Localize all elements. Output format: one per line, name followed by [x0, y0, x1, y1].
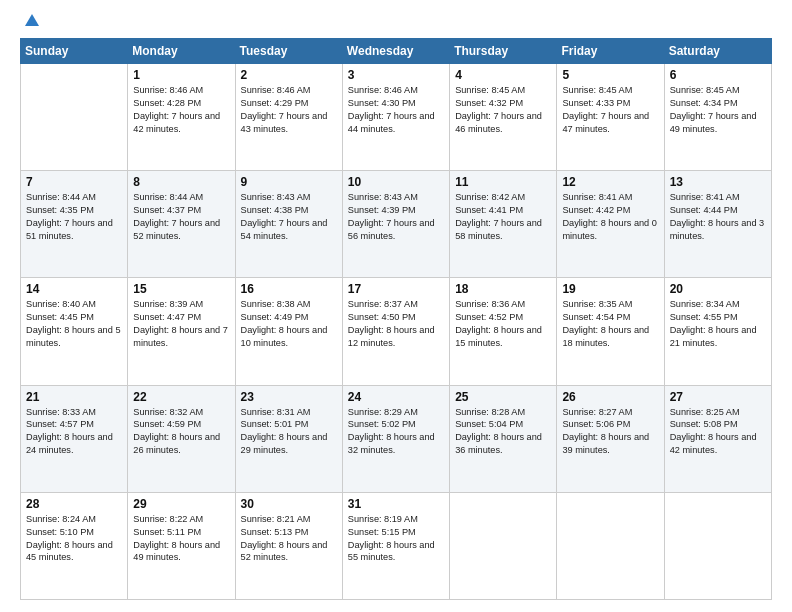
calendar-header-thursday: Thursday	[450, 39, 557, 64]
calendar-cell: 20Sunrise: 8:34 AM Sunset: 4:55 PM Dayli…	[664, 278, 771, 385]
calendar-cell: 29Sunrise: 8:22 AM Sunset: 5:11 PM Dayli…	[128, 492, 235, 599]
svg-marker-0	[25, 14, 39, 26]
day-info: Sunrise: 8:44 AM Sunset: 4:35 PM Dayligh…	[26, 191, 122, 243]
day-info: Sunrise: 8:19 AM Sunset: 5:15 PM Dayligh…	[348, 513, 444, 565]
day-info: Sunrise: 8:36 AM Sunset: 4:52 PM Dayligh…	[455, 298, 551, 350]
calendar-table: SundayMondayTuesdayWednesdayThursdayFrid…	[20, 38, 772, 600]
day-number: 22	[133, 390, 229, 404]
calendar-cell: 5Sunrise: 8:45 AM Sunset: 4:33 PM Daylig…	[557, 64, 664, 171]
day-info: Sunrise: 8:45 AM Sunset: 4:32 PM Dayligh…	[455, 84, 551, 136]
calendar-cell: 8Sunrise: 8:44 AM Sunset: 4:37 PM Daylig…	[128, 171, 235, 278]
day-number: 11	[455, 175, 551, 189]
calendar-header-sunday: Sunday	[21, 39, 128, 64]
calendar-cell: 9Sunrise: 8:43 AM Sunset: 4:38 PM Daylig…	[235, 171, 342, 278]
day-info: Sunrise: 8:32 AM Sunset: 4:59 PM Dayligh…	[133, 406, 229, 458]
day-info: Sunrise: 8:35 AM Sunset: 4:54 PM Dayligh…	[562, 298, 658, 350]
calendar-cell: 25Sunrise: 8:28 AM Sunset: 5:04 PM Dayli…	[450, 385, 557, 492]
day-number: 10	[348, 175, 444, 189]
calendar-cell: 7Sunrise: 8:44 AM Sunset: 4:35 PM Daylig…	[21, 171, 128, 278]
calendar-cell: 18Sunrise: 8:36 AM Sunset: 4:52 PM Dayli…	[450, 278, 557, 385]
calendar-cell: 16Sunrise: 8:38 AM Sunset: 4:49 PM Dayli…	[235, 278, 342, 385]
calendar-cell: 15Sunrise: 8:39 AM Sunset: 4:47 PM Dayli…	[128, 278, 235, 385]
calendar-cell: 2Sunrise: 8:46 AM Sunset: 4:29 PM Daylig…	[235, 64, 342, 171]
day-info: Sunrise: 8:42 AM Sunset: 4:41 PM Dayligh…	[455, 191, 551, 243]
day-info: Sunrise: 8:43 AM Sunset: 4:38 PM Dayligh…	[241, 191, 337, 243]
day-number: 6	[670, 68, 766, 82]
calendar-week-row: 7Sunrise: 8:44 AM Sunset: 4:35 PM Daylig…	[21, 171, 772, 278]
calendar-cell	[450, 492, 557, 599]
day-info: Sunrise: 8:34 AM Sunset: 4:55 PM Dayligh…	[670, 298, 766, 350]
calendar-cell	[664, 492, 771, 599]
day-number: 14	[26, 282, 122, 296]
day-number: 31	[348, 497, 444, 511]
day-info: Sunrise: 8:24 AM Sunset: 5:10 PM Dayligh…	[26, 513, 122, 565]
day-number: 4	[455, 68, 551, 82]
calendar-header-row: SundayMondayTuesdayWednesdayThursdayFrid…	[21, 39, 772, 64]
calendar-header-wednesday: Wednesday	[342, 39, 449, 64]
day-number: 27	[670, 390, 766, 404]
calendar-cell: 19Sunrise: 8:35 AM Sunset: 4:54 PM Dayli…	[557, 278, 664, 385]
day-number: 20	[670, 282, 766, 296]
day-number: 2	[241, 68, 337, 82]
day-info: Sunrise: 8:38 AM Sunset: 4:49 PM Dayligh…	[241, 298, 337, 350]
calendar-cell: 12Sunrise: 8:41 AM Sunset: 4:42 PM Dayli…	[557, 171, 664, 278]
day-number: 1	[133, 68, 229, 82]
day-number: 13	[670, 175, 766, 189]
day-info: Sunrise: 8:46 AM Sunset: 4:28 PM Dayligh…	[133, 84, 229, 136]
day-number: 12	[562, 175, 658, 189]
day-number: 15	[133, 282, 229, 296]
day-info: Sunrise: 8:46 AM Sunset: 4:30 PM Dayligh…	[348, 84, 444, 136]
day-info: Sunrise: 8:28 AM Sunset: 5:04 PM Dayligh…	[455, 406, 551, 458]
day-number: 9	[241, 175, 337, 189]
day-number: 18	[455, 282, 551, 296]
calendar-cell: 24Sunrise: 8:29 AM Sunset: 5:02 PM Dayli…	[342, 385, 449, 492]
day-number: 17	[348, 282, 444, 296]
day-number: 23	[241, 390, 337, 404]
day-number: 7	[26, 175, 122, 189]
day-info: Sunrise: 8:46 AM Sunset: 4:29 PM Dayligh…	[241, 84, 337, 136]
day-number: 25	[455, 390, 551, 404]
calendar-cell: 26Sunrise: 8:27 AM Sunset: 5:06 PM Dayli…	[557, 385, 664, 492]
day-number: 8	[133, 175, 229, 189]
calendar-cell: 27Sunrise: 8:25 AM Sunset: 5:08 PM Dayli…	[664, 385, 771, 492]
day-number: 16	[241, 282, 337, 296]
day-info: Sunrise: 8:31 AM Sunset: 5:01 PM Dayligh…	[241, 406, 337, 458]
day-info: Sunrise: 8:40 AM Sunset: 4:45 PM Dayligh…	[26, 298, 122, 350]
day-number: 3	[348, 68, 444, 82]
calendar-cell: 30Sunrise: 8:21 AM Sunset: 5:13 PM Dayli…	[235, 492, 342, 599]
day-number: 24	[348, 390, 444, 404]
day-number: 26	[562, 390, 658, 404]
calendar-week-row: 28Sunrise: 8:24 AM Sunset: 5:10 PM Dayli…	[21, 492, 772, 599]
calendar-cell: 10Sunrise: 8:43 AM Sunset: 4:39 PM Dayli…	[342, 171, 449, 278]
calendar-week-row: 14Sunrise: 8:40 AM Sunset: 4:45 PM Dayli…	[21, 278, 772, 385]
header	[20, 16, 772, 30]
calendar-cell: 6Sunrise: 8:45 AM Sunset: 4:34 PM Daylig…	[664, 64, 771, 171]
calendar-cell: 31Sunrise: 8:19 AM Sunset: 5:15 PM Dayli…	[342, 492, 449, 599]
day-number: 29	[133, 497, 229, 511]
page: SundayMondayTuesdayWednesdayThursdayFrid…	[0, 0, 792, 612]
calendar-cell	[21, 64, 128, 171]
day-number: 30	[241, 497, 337, 511]
calendar-cell	[557, 492, 664, 599]
calendar-cell: 28Sunrise: 8:24 AM Sunset: 5:10 PM Dayli…	[21, 492, 128, 599]
calendar-cell: 23Sunrise: 8:31 AM Sunset: 5:01 PM Dayli…	[235, 385, 342, 492]
day-info: Sunrise: 8:45 AM Sunset: 4:34 PM Dayligh…	[670, 84, 766, 136]
logo-icon	[23, 12, 41, 30]
calendar-header-monday: Monday	[128, 39, 235, 64]
day-info: Sunrise: 8:21 AM Sunset: 5:13 PM Dayligh…	[241, 513, 337, 565]
day-number: 5	[562, 68, 658, 82]
day-info: Sunrise: 8:44 AM Sunset: 4:37 PM Dayligh…	[133, 191, 229, 243]
calendar-cell: 13Sunrise: 8:41 AM Sunset: 4:44 PM Dayli…	[664, 171, 771, 278]
day-number: 19	[562, 282, 658, 296]
day-info: Sunrise: 8:41 AM Sunset: 4:44 PM Dayligh…	[670, 191, 766, 243]
calendar-cell: 1Sunrise: 8:46 AM Sunset: 4:28 PM Daylig…	[128, 64, 235, 171]
calendar-cell: 14Sunrise: 8:40 AM Sunset: 4:45 PM Dayli…	[21, 278, 128, 385]
logo	[20, 16, 41, 30]
day-info: Sunrise: 8:37 AM Sunset: 4:50 PM Dayligh…	[348, 298, 444, 350]
calendar-header-tuesday: Tuesday	[235, 39, 342, 64]
day-info: Sunrise: 8:33 AM Sunset: 4:57 PM Dayligh…	[26, 406, 122, 458]
calendar-week-row: 1Sunrise: 8:46 AM Sunset: 4:28 PM Daylig…	[21, 64, 772, 171]
calendar-cell: 3Sunrise: 8:46 AM Sunset: 4:30 PM Daylig…	[342, 64, 449, 171]
calendar-cell: 17Sunrise: 8:37 AM Sunset: 4:50 PM Dayli…	[342, 278, 449, 385]
calendar-header-saturday: Saturday	[664, 39, 771, 64]
